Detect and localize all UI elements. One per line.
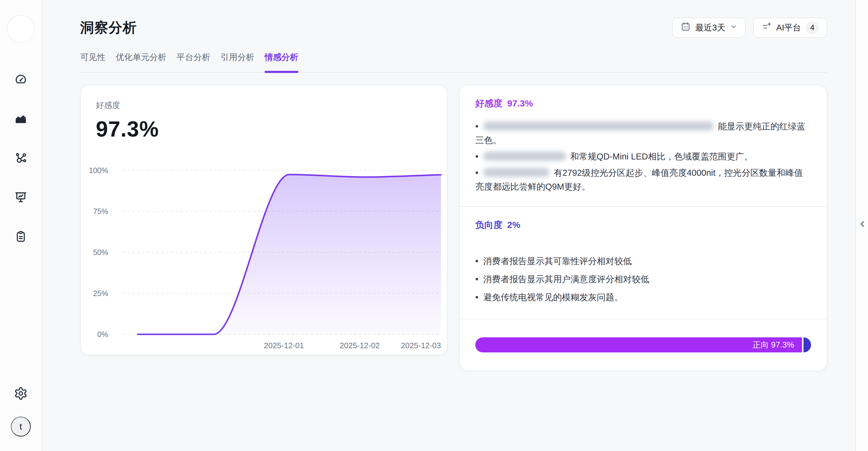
settings-button[interactable] xyxy=(13,387,28,401)
platform-filter-button[interactable]: AI平台 4 xyxy=(753,18,827,38)
bullet-text: 消费者报告显示其用户满意度评分相对较低 xyxy=(483,274,649,284)
bullet-item: •避免传统电视常见的模糊发灰问题。 xyxy=(475,290,811,304)
date-range-label: 最近3天 xyxy=(695,22,725,33)
chevron-left-icon xyxy=(858,225,867,230)
bullet-item: •消费者报告显示其用户满意度评分相对较低 xyxy=(475,272,811,286)
calendar-icon xyxy=(681,22,691,34)
redacted-text xyxy=(483,152,566,161)
positive-bullet-list: •能显示更纯正的红绿蓝三色。•和常规QD-Mini LED相比，色域覆盖范围更广… xyxy=(475,119,811,193)
y-axis-tick: 75% xyxy=(93,207,108,215)
right-rail xyxy=(855,0,868,451)
presentation-icon xyxy=(14,190,28,205)
x-axis-tick: 2025-12-01 xyxy=(264,341,304,350)
platform-count-badge: 4 xyxy=(806,21,819,34)
sidebar-item-dashboard[interactable] xyxy=(13,73,28,87)
area-chart-icon xyxy=(14,112,28,127)
bullet-dot: • xyxy=(475,256,478,266)
bullet-text: 避免传统电视常见的模糊发灰问题。 xyxy=(483,293,623,302)
analysis-tabs: 可见性优化单元分析平台分析引用分析情感分析 xyxy=(80,52,827,73)
sidebar-nav xyxy=(13,73,28,244)
sidebar-item-tasks[interactable] xyxy=(13,230,28,244)
clipboard-icon xyxy=(14,230,28,244)
negative-section-title: 负向度2% xyxy=(475,219,811,231)
redacted-text xyxy=(483,121,714,130)
sidebar-item-analytics[interactable] xyxy=(13,112,28,127)
tab-情感分析[interactable]: 情感分析 xyxy=(265,52,299,63)
content-cards: 好感度 97.3% 0%25%50%75%100% 2025-12-012025… xyxy=(80,85,827,371)
area-fill xyxy=(138,175,441,334)
tab-平台分析[interactable]: 平台分析 xyxy=(177,52,210,63)
positive-bar-segment: 正向 97.3% xyxy=(475,337,802,353)
negative-bar-segment xyxy=(804,337,811,353)
sentiment-ratio-bar: 正向 97.3% xyxy=(475,337,811,353)
page-header: 洞察分析 最近3天 xyxy=(80,18,827,38)
sentiment-insight-card: 好感度97.3% •能显示更纯正的红绿蓝三色。•和常规QD-Mini LED相比… xyxy=(459,85,827,371)
bullet-dot: • xyxy=(475,293,478,302)
sidebar: t xyxy=(0,0,42,451)
x-axis-tick: 2025-12-03 xyxy=(401,341,441,350)
gauge-icon xyxy=(14,73,28,88)
area-chart-svg: 0%25%50%75%100% 2025-12-012025-12-022025… xyxy=(81,152,448,360)
y-axis-tick: 25% xyxy=(93,289,108,298)
redacted-text xyxy=(483,168,550,177)
negative-section: 负向度2% •消费者报告显示其可靠性评分相对较低•消费者报告显示其用户满意度评分… xyxy=(460,206,827,319)
bullet-item: •消费者报告显示其可靠性评分相对较低 xyxy=(475,254,811,268)
sentiment-bar-section: 正向 97.3% xyxy=(460,319,827,370)
negative-bullet-list: •消费者报告显示其可靠性评分相对较低•消费者报告显示其用户满意度评分相对较低•避… xyxy=(475,254,811,304)
positive-value-text: 97.3% xyxy=(507,98,533,108)
sidebar-footer: t xyxy=(11,387,31,451)
bullet-item: •和常规QD-Mini LED相比，色域覆盖范围更广。 xyxy=(475,150,811,163)
positive-section-title: 好感度97.3% xyxy=(475,97,811,110)
user-avatar[interactable]: t xyxy=(11,417,31,437)
bullet-item: •能显示更纯正的红绿蓝三色。 xyxy=(475,119,811,147)
y-axis-tick: 0% xyxy=(97,330,108,338)
y-axis-tick: 100% xyxy=(89,166,108,175)
collapse-panel-button[interactable] xyxy=(858,218,867,231)
sidebar-item-network[interactable] xyxy=(13,151,28,166)
negative-title-text: 负向度 xyxy=(475,220,502,230)
favorability-chart-card: 好感度 97.3% 0%25%50%75%100% 2025-12-012025… xyxy=(80,85,447,355)
date-range-button[interactable]: 最近3天 xyxy=(672,18,746,38)
negative-value-text: 2% xyxy=(507,220,520,230)
main-content: 洞察分析 最近3天 xyxy=(43,0,855,451)
filter-plus-icon xyxy=(762,22,772,34)
bullet-item: •有2792级控光分区起步、峰值亮度4000nit，控光分区数量和峰值亮度都远比… xyxy=(475,166,811,193)
favorability-area-chart: 0%25%50%75%100% 2025-12-012025-12-022025… xyxy=(81,152,447,361)
network-icon xyxy=(14,151,28,166)
positive-title-text: 好感度 xyxy=(475,98,502,108)
tab-引用分析[interactable]: 引用分析 xyxy=(221,52,254,63)
gear-icon xyxy=(14,387,28,401)
x-axis-tick: 2025-12-02 xyxy=(340,341,380,350)
page-title: 洞察分析 xyxy=(80,19,137,37)
tab-可见性[interactable]: 可见性 xyxy=(80,52,105,63)
bullet-dot: • xyxy=(475,168,478,178)
app-logo xyxy=(7,15,35,43)
bullet-dot: • xyxy=(475,121,478,131)
bullet-dot: • xyxy=(475,152,478,161)
metric-label: 好感度 xyxy=(96,100,432,111)
positive-section: 好感度97.3% •能显示更纯正的红绿蓝三色。•和常规QD-Mini LED相比… xyxy=(460,85,827,206)
tab-优化单元分析[interactable]: 优化单元分析 xyxy=(116,52,166,63)
bullet-text: 和常规QD-Mini LED相比，色域覆盖范围更广。 xyxy=(570,152,753,161)
sidebar-item-reports[interactable] xyxy=(13,190,28,205)
bullet-dot: • xyxy=(475,274,478,284)
positive-bar-label: 正向 97.3% xyxy=(752,339,794,350)
header-actions: 最近3天 AI平台 4 xyxy=(672,18,827,38)
metric-value: 97.3% xyxy=(96,117,432,141)
chevron-down-icon xyxy=(730,23,737,33)
y-axis-tick: 50% xyxy=(93,248,108,257)
bullet-text: 消费者报告显示其可靠性评分相对较低 xyxy=(483,256,632,266)
platform-filter-label: AI平台 xyxy=(776,22,801,33)
